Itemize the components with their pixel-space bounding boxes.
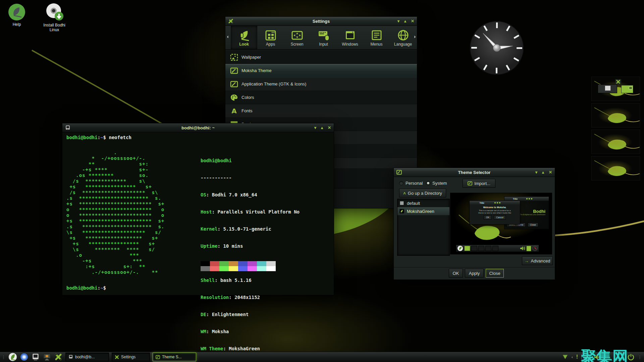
settings-toolbar: ‹ › Look Apps Screen Input (225, 26, 417, 50)
power-icon[interactable] (628, 354, 634, 360)
files-launcher[interactable] (43, 353, 51, 361)
preview-shelf-battery-icon (526, 246, 531, 251)
tray-handle-icon[interactable]: ⋮ (638, 355, 642, 360)
theme-selector-title: Theme Selector (394, 170, 555, 175)
display-icon (43, 353, 51, 361)
maximize-icon[interactable]: ▴ (404, 19, 406, 23)
settings-item-fonts[interactable]: A Fonts (225, 104, 417, 118)
settings-titlebar[interactable]: Settings ▾ ▴ ✕ (225, 17, 417, 26)
tab-language[interactable]: Language (390, 26, 416, 49)
settings-launcher[interactable] (54, 353, 63, 361)
desktop-icon-label: Install Bodhi Linux (39, 23, 70, 32)
desktop-icon-install[interactable]: Install Bodhi Linux (39, 3, 70, 32)
analog-clock[interactable] (468, 19, 526, 77)
browser-icon (20, 353, 28, 361)
terminal-titlebar[interactable]: bodhi@bodhi: ~ ▾ ▴ ✕ (62, 123, 334, 132)
tab-input[interactable]: Input (310, 26, 337, 49)
svg-text:A: A (231, 107, 237, 115)
desktop-icon-help[interactable]: Help (6, 3, 28, 27)
preview-close-button: Close (528, 223, 538, 227)
settings-item-wallpaper[interactable]: Wallpaper (225, 51, 417, 64)
terminal-icon (32, 353, 40, 361)
preview-window-buttons (526, 198, 548, 199)
preview-shelf-active-desk (464, 246, 470, 251)
close-button[interactable]: Close (486, 269, 504, 278)
maximize-icon[interactable]: ▴ (321, 126, 323, 130)
terminal-body[interactable]: bodhi@bodhi:~$ neofetch . * -/+oosssoo+/… (62, 132, 334, 295)
theme-icon (156, 355, 160, 359)
settings-wrench-icon (54, 353, 62, 361)
radio-personal-dot (399, 181, 404, 185)
default-theme-icon (399, 201, 404, 205)
colors-palette-icon (230, 94, 238, 102)
theme-list: default MokshaGreen (397, 199, 450, 256)
theme-item-default[interactable]: default (397, 199, 449, 207)
neofetch-header: bodhi@bodhi (201, 158, 300, 164)
taskbar: ⋮ (0, 352, 644, 362)
taskbar-task-theme-selector[interactable]: Theme S... (153, 353, 196, 361)
tray-collapse-icon[interactable]: ‹ (572, 355, 573, 359)
pager-desk-2[interactable] (591, 103, 640, 128)
tab-windows[interactable]: Windows (337, 26, 363, 49)
close-icon[interactable]: ✕ (549, 170, 552, 174)
minimize-icon[interactable]: ▾ (397, 19, 399, 23)
bodhi-menu-button[interactable] (8, 353, 17, 361)
tab-menus[interactable]: Menus (363, 26, 390, 49)
updates-alert-icon[interactable]: ! (576, 354, 578, 360)
pager-mini-window-terminal (598, 84, 617, 93)
pager-desk-1[interactable] (591, 76, 640, 101)
preview-shelf-speaker-icon (520, 246, 525, 251)
theme-preview-pane: Title Bodhi The Enlightened Linux Distri… (450, 193, 552, 254)
settings-item-moksha-theme[interactable]: Moksha Theme (225, 64, 417, 77)
mokshagreen-theme-icon (399, 209, 404, 214)
theme-icon (396, 170, 402, 175)
taskbar-task-terminal[interactable]: bodhi@b... (65, 353, 109, 361)
screen-icon (290, 28, 304, 42)
tab-screen[interactable]: Screen (284, 26, 310, 49)
go-up-directory-button[interactable]: ˄ Go up a Directory (399, 189, 446, 197)
pager-desk-4[interactable] (591, 156, 640, 181)
pager-desk-3[interactable] (591, 129, 640, 154)
minimize-icon[interactable]: ▾ (535, 170, 537, 174)
terminal-prompt-line-2: bodhi@bodhi:~$ (66, 285, 106, 291)
input-icon (317, 28, 330, 42)
preview-brand-text: Bodhi (533, 209, 545, 214)
preview-shelf-clock-icon (532, 246, 538, 251)
look-icon (237, 28, 251, 42)
tab-look[interactable]: Look (231, 26, 257, 49)
import-button[interactable]: Import... (463, 179, 495, 188)
minimize-icon[interactable]: ▾ (314, 126, 316, 130)
theme-brush-icon (230, 80, 238, 88)
taskbar-task-settings[interactable]: Settings (112, 353, 150, 361)
neofetch-ascii-logo: . * -/+oosssoo+/-. ** s+: -+s **** s+- .… (66, 150, 164, 275)
shelf-handle-icon[interactable]: ⋮ (1, 355, 6, 360)
close-icon[interactable]: ✕ (411, 19, 414, 23)
settings-item-application-theme[interactable]: Application Theme (GTK & Icons) (225, 77, 417, 91)
toolbar-scroll-left-icon[interactable]: ‹ (227, 34, 229, 39)
watermark-text: 聚集网 (581, 347, 628, 362)
apply-button[interactable]: Apply (465, 269, 484, 278)
close-icon[interactable]: ✕ (328, 126, 331, 130)
radio-system[interactable]: System (426, 181, 447, 187)
network-icon[interactable] (562, 354, 568, 360)
preview-dialog-cancel: Cancel (494, 215, 506, 220)
menus-icon (370, 28, 383, 42)
preview-dialog-body: This is a sample set of content for athe… (472, 209, 518, 214)
radio-personal[interactable]: Personal (399, 181, 423, 187)
bodhi-leaf-icon (8, 352, 17, 362)
theme-selector-titlebar[interactable]: Theme Selector ▾ ▴ ✕ (394, 168, 555, 177)
theme-item-mokshagreen[interactable]: MokshaGreen (397, 207, 449, 215)
right-arrow-icon: → (525, 258, 529, 263)
tab-apps[interactable]: Apps (257, 26, 284, 49)
preview-dialog: Title Welcome to Moksha. This is a sampl… (469, 200, 520, 225)
settings-window-title: Settings (225, 19, 417, 24)
help-leaf-icon (8, 3, 25, 21)
settings-item-colors[interactable]: Colors (225, 91, 417, 104)
maximize-icon[interactable]: ▴ (542, 170, 544, 174)
terminal-launcher[interactable] (31, 353, 40, 361)
pager-mini-window-theme (621, 85, 633, 93)
browser-launcher[interactable] (20, 353, 29, 361)
preview-dialog-buttons (494, 202, 519, 203)
ok-button[interactable]: OK (449, 269, 463, 278)
advanced-button[interactable]: → Advanced (522, 256, 553, 265)
